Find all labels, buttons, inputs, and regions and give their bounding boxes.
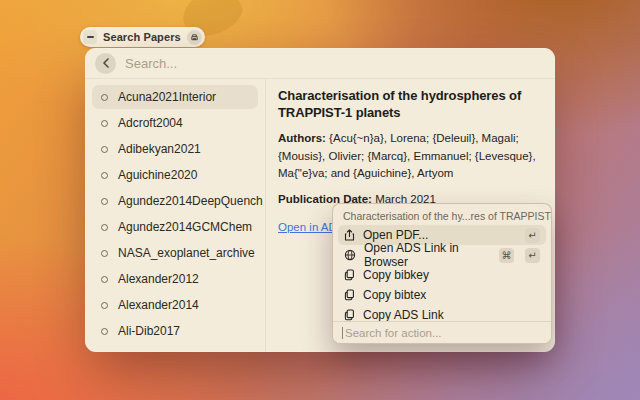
paper-list-item-label: Ali-Dib2017	[118, 324, 180, 338]
globe-icon	[344, 249, 356, 261]
action-item-copy-bibtex[interactable]: Copy bibtex	[338, 285, 546, 305]
paper-list-item[interactable]: Alexander2012	[92, 267, 258, 291]
action-item-label: Open ADS Link in Browser	[364, 241, 483, 269]
paper-list-item[interactable]: Aguichine2020	[92, 163, 258, 187]
paper-list-item[interactable]: Agundez2014DeepQuench	[92, 189, 258, 213]
paper-title: Characterisation of the hydrospheres of …	[278, 87, 543, 121]
action-search-input[interactable]: Search for action...	[345, 327, 442, 339]
action-item-label: Copy bibkey	[363, 268, 429, 282]
paper-list-item[interactable]: Alexander2014	[92, 293, 258, 317]
search-input[interactable]: Search...	[125, 56, 177, 71]
clipboard-icon	[344, 269, 355, 281]
back-button[interactable]	[95, 53, 116, 74]
command-pill-label: Search Papers	[103, 31, 181, 43]
clipboard-icon	[344, 289, 355, 301]
action-item-open-ads-link[interactable]: Open ADS Link in Browser ⌘ ↵	[338, 245, 546, 265]
paper-list: Acuna2021Interior Adcroft2004 Adibekyan2…	[85, 79, 266, 352]
window-header: Search...	[85, 48, 555, 79]
action-menu: Characterisation of the hy...res of TRAP…	[332, 203, 552, 344]
authors-label: Authors:	[278, 132, 326, 144]
paper-list-item-label: Adcroft2004	[118, 116, 183, 130]
circle-icon	[101, 94, 108, 101]
action-item-label: Open PDF...	[363, 228, 428, 242]
circle-icon	[101, 328, 108, 335]
paper-list-item-label: Acuna2021Interior	[118, 90, 216, 104]
circle-icon	[101, 224, 108, 231]
paper-list-item-label: NASA_exoplanet_archive	[118, 246, 255, 260]
return-key-badge: ↵	[525, 248, 540, 263]
paper-list-item-label: Aguichine2020	[118, 168, 197, 182]
circle-icon	[101, 198, 108, 205]
share-icon	[344, 229, 355, 241]
paper-authors: Authors: {Acu{~n}a}, Lorena; {Deleuil}, …	[278, 130, 543, 182]
paper-list-item[interactable]: NASA_exoplanet_archive	[92, 241, 258, 265]
paper-list-item[interactable]: Adibekyan2021	[92, 137, 258, 161]
command-key-badge: ⌘	[499, 248, 514, 263]
circle-icon	[101, 146, 108, 153]
text-cursor	[342, 327, 343, 339]
desktop-wallpaper: Search Papers Search... Acuna2021Interio…	[0, 0, 640, 400]
paper-list-item-label: Alibert2005	[118, 350, 179, 352]
paper-list-item-label: Agundez2014GCMChem	[118, 220, 252, 234]
paper-list-item-label: Agundez2014DeepQuench	[118, 194, 263, 208]
paper-list-item[interactable]: Alibert2005	[92, 345, 258, 352]
paper-list-item[interactable]: Ali-Dib2017	[92, 319, 258, 343]
hyphen-key-icon	[83, 30, 97, 44]
paper-list-item[interactable]: Agundez2014GCMChem	[92, 215, 258, 239]
circle-icon	[101, 120, 108, 127]
paper-list-item[interactable]: Adcroft2004	[92, 111, 258, 135]
circle-icon	[101, 302, 108, 309]
action-item-label: Copy ADS Link	[363, 308, 444, 322]
circle-icon	[101, 250, 108, 257]
command-pill[interactable]: Search Papers	[80, 27, 205, 47]
circle-icon	[101, 276, 108, 283]
paper-list-item-label: Alexander2012	[118, 272, 199, 286]
action-search-bar[interactable]: Search for action...	[333, 321, 551, 343]
clipboard-icon	[344, 309, 355, 321]
paper-list-item-label: Alexander2014	[118, 298, 199, 312]
action-item-label: Copy bibtex	[363, 288, 426, 302]
circle-icon	[101, 172, 108, 179]
return-key-badge: ↵	[525, 228, 540, 243]
printer-icon	[187, 30, 202, 45]
action-menu-header: Characterisation of the hy...res of TRAP…	[333, 204, 551, 225]
paper-list-item[interactable]: Acuna2021Interior	[92, 85, 258, 109]
paper-list-item-label: Adibekyan2021	[118, 142, 201, 156]
